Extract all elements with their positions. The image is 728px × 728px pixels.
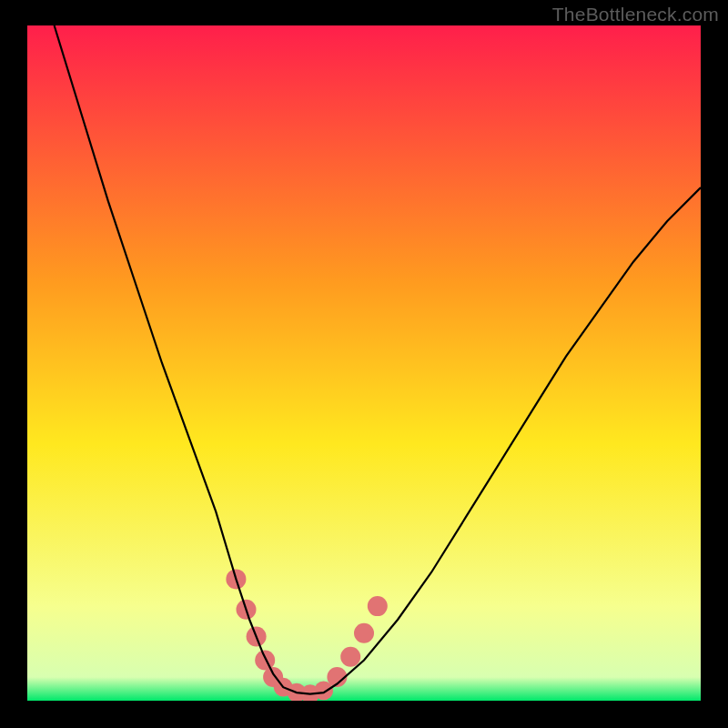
marker-dot xyxy=(340,647,360,667)
bottleneck-chart xyxy=(27,25,701,701)
watermark-text: TheBottleneck.com xyxy=(552,4,719,25)
gradient-panel xyxy=(27,25,701,701)
marker-dot xyxy=(368,596,388,616)
chart-frame: TheBottleneck.com xyxy=(0,0,728,728)
marker-dot xyxy=(354,623,374,643)
